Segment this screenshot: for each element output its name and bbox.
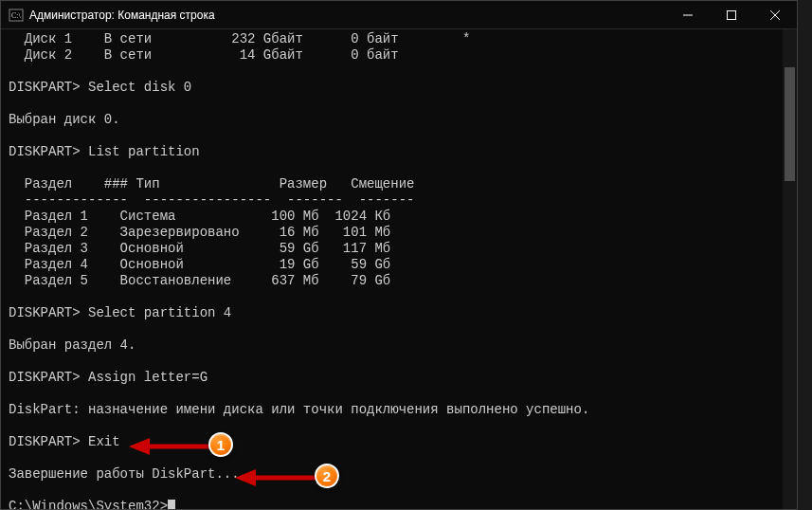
line: Раздел 4 Основной 19 Gб 59 Gб <box>9 257 390 272</box>
line: Диск 2 В сети 14 Gбайт 0 байт <box>9 47 399 63</box>
terminal-output[interactable]: Диск 1 В сети 232 Gбайт 0 байт * Диск 2 … <box>1 29 797 509</box>
line: DISKPART> Select partition 4 <box>9 305 231 320</box>
line: DISKPART> Assign letter=G <box>9 370 208 385</box>
line: Выбран диск 0. <box>9 112 120 127</box>
line: Раздел ### Тип Размер Смещение <box>9 176 414 191</box>
line: Раздел 1 Система 100 Mб 1024 Кб <box>9 209 390 224</box>
close-button[interactable] <box>753 1 797 29</box>
text-cursor <box>168 500 175 509</box>
titlebar-left: C:\ Администратор: Командная строка <box>1 8 215 23</box>
window-title: Администратор: Командная строка <box>29 9 215 22</box>
line: Диск 1 В сети 232 Gбайт 0 байт * <box>9 31 470 46</box>
maximize-button[interactable] <box>710 1 753 29</box>
line: ------------- ---------------- ------- -… <box>9 192 414 208</box>
cmd-icon: C:\ <box>9 8 24 23</box>
line: Раздел 5 Восстановление 637 Мб 79 Gб <box>9 273 390 288</box>
titlebar[interactable]: C:\ Администратор: Командная строка <box>1 1 797 29</box>
line: C:\Windows\System32> <box>9 499 168 509</box>
line: Выбран раздел 4. <box>9 337 135 353</box>
line: DISKPART> Exit <box>9 434 120 449</box>
line: Раздел 2 Зарезервировано 16 Мб 101 Мб <box>9 225 390 240</box>
badge-2: 2 <box>315 464 339 488</box>
line: DISKPART> Select disk 0 <box>9 80 191 95</box>
svg-rect-3 <box>728 10 736 19</box>
scrollbar-thumb[interactable] <box>785 67 795 181</box>
line: Раздел 3 Основной 59 Gб 117 Мб <box>9 241 390 256</box>
scrollbar[interactable] <box>783 29 797 509</box>
window-controls <box>666 1 797 29</box>
line: DiskPart: назначение имени диска или точ… <box>9 402 589 417</box>
svg-text:C:\: C:\ <box>11 11 22 20</box>
badge-1: 1 <box>208 432 233 457</box>
line: DISKPART> List partition <box>9 144 200 159</box>
minimize-button[interactable] <box>666 1 710 29</box>
line: Завершение работы DiskPart... <box>9 466 240 482</box>
command-prompt-window: C:\ Администратор: Командная строка Диск… <box>0 0 798 510</box>
